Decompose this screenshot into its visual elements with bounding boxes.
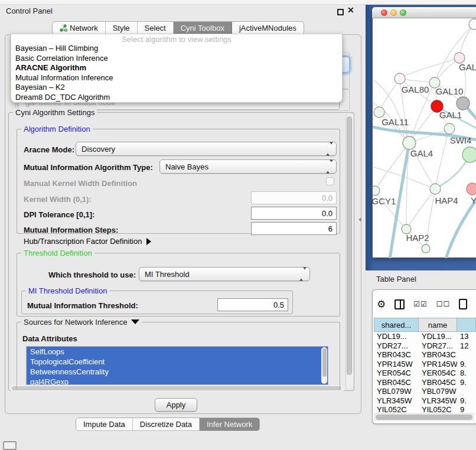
- minimized-panel-icon[interactable]: [3, 441, 17, 450]
- column-layout-icon[interactable]: [395, 299, 405, 309]
- network-node[interactable]: [444, 123, 455, 134]
- table-row[interactable]: YER054CYER054C8.: [374, 369, 476, 378]
- apply-button[interactable]: Apply: [155, 398, 197, 412]
- table-cell: YDR27...: [419, 341, 457, 351]
- dpi-tolerance-field[interactable]: 0.0: [251, 207, 337, 220]
- network-window-titlebar[interactable]: [372, 7, 476, 18]
- network-graph[interactable]: GAL8GAL80GAL10GAL1GAL11SWI4GAL4GCY1HAP4Y…: [373, 18, 476, 258]
- hub-definition-label: Hub/Transcription Factor Definition: [24, 237, 142, 246]
- table-row[interactable]: YDL19...YDL19...13: [374, 332, 476, 341]
- network-icon: [60, 24, 67, 32]
- table-row[interactable]: YBL079WYBL079W: [374, 387, 476, 396]
- manual-kernel-checkbox[interactable]: [326, 177, 334, 185]
- which-threshold-combo[interactable]: MI Threshold: [139, 267, 310, 281]
- data-attributes-list[interactable]: SelfLoopsTopologicalCoefficientBetweenne…: [26, 346, 328, 385]
- attribute-list-item[interactable]: BetweennessCentrality: [27, 367, 328, 377]
- network-edge[interactable]: [409, 106, 437, 143]
- mi-type-combo[interactable]: Naive Bayes: [159, 159, 337, 174]
- table-horizontal-scrollbar-thumb[interactable]: [376, 415, 472, 420]
- network-node[interactable]: [395, 73, 405, 84]
- attribute-list-item[interactable]: TopologicalCoefficient: [27, 357, 328, 367]
- tab-select[interactable]: Select: [138, 22, 174, 34]
- tab-label: Discretize Data: [140, 420, 192, 429]
- mi-threshold-field[interactable]: 0.5: [217, 298, 288, 311]
- tab-style[interactable]: Style: [106, 22, 138, 34]
- node-label: GAL8: [459, 62, 476, 72]
- node-label: GAL1: [439, 110, 462, 120]
- cyni-bottom-tabs: Impute DataDiscretize DataInfer Network: [76, 418, 260, 431]
- splitter-collapse-icon[interactable]: [358, 217, 361, 222]
- tab-label: Style: [113, 24, 130, 32]
- mi-type-value: Naive Bayes: [165, 162, 208, 171]
- network-node[interactable]: [403, 136, 416, 149]
- tab-network[interactable]: Network: [53, 22, 106, 34]
- network-node[interactable]: [374, 107, 384, 118]
- tab-cyni-toolbox[interactable]: Cyni Toolbox: [174, 22, 232, 34]
- column-header[interactable]: name: [419, 318, 457, 332]
- window-close-icon[interactable]: [381, 9, 387, 16]
- network-node[interactable]: [422, 244, 430, 253]
- network-node[interactable]: [373, 186, 380, 195]
- select-all-icon[interactable]: ☑☑: [413, 300, 428, 308]
- deselect-all-icon[interactable]: ☐☐: [436, 300, 451, 308]
- which-threshold-label: Which threshold to use:: [48, 270, 136, 279]
- dropdown-item[interactable]: Bayesian – Hill Climbing: [11, 44, 342, 54]
- network-node[interactable]: [462, 147, 476, 162]
- dropdown-item[interactable]: Basic Correlation Inference: [11, 54, 342, 64]
- table-row[interactable]: YIL052CYIL052C9: [374, 405, 476, 412]
- table-row[interactable]: YLR345WYLR345W9.: [374, 396, 476, 406]
- attribute-list-item[interactable]: gal4RGexp: [27, 377, 328, 385]
- sources-group-title[interactable]: Sources for Network Inference: [21, 318, 142, 327]
- tab-jactivemnodules[interactable]: jActiveMNodules: [232, 22, 304, 34]
- tab-infer-network[interactable]: Infer Network: [200, 418, 259, 431]
- hub-definition-expander[interactable]: Hub/Transcription Factor Definition: [24, 237, 151, 246]
- settings-gear-icon[interactable]: ⚙: [377, 298, 386, 311]
- partial-doc-icon[interactable]: [459, 299, 467, 309]
- table-cell: YLR345W: [419, 396, 457, 406]
- window-zoom-icon[interactable]: [400, 9, 406, 16]
- column-header[interactable]: [457, 318, 476, 332]
- table-row[interactable]: YPR145WYPR145W9.: [374, 360, 476, 369]
- table-row[interactable]: YBR045CYBR045C9.: [374, 378, 476, 387]
- network-node[interactable]: [469, 19, 476, 30]
- dropdown-item[interactable]: ARACNE Algorithm: [11, 63, 342, 73]
- float-panel-icon[interactable]: [337, 9, 344, 15]
- window-top-strip: [0, 0, 476, 5]
- node-table[interactable]: shared...nameYDL19...YDL19...13YDR27...Y…: [374, 318, 476, 412]
- tab-discretize-data[interactable]: Discretize Data: [133, 418, 200, 431]
- network-edge[interactable]: [406, 189, 435, 229]
- dropdown-item[interactable]: Mutual Information Inference: [11, 73, 342, 83]
- network-edge[interactable]: [400, 58, 459, 79]
- table-row[interactable]: YBR043CYBR043C: [374, 350, 476, 360]
- kernel-width-field[interactable]: 0.0: [251, 191, 337, 204]
- network-node[interactable]: [430, 184, 441, 194]
- column-header[interactable]: shared...: [374, 318, 419, 332]
- expander-collapsed-icon: [146, 238, 151, 245]
- attribute-list-item[interactable]: SelfLoops: [27, 347, 328, 357]
- table-cell: YBL079W: [374, 387, 419, 396]
- table-cell: 9.: [457, 396, 476, 406]
- aracne-mode-combo[interactable]: Discovery: [76, 142, 337, 156]
- network-node[interactable]: [457, 97, 470, 110]
- tab-impute-data[interactable]: Impute Data: [76, 418, 133, 431]
- table-row[interactable]: YDR27...YDR27...12: [374, 341, 476, 351]
- network-edge[interactable]: [379, 79, 400, 112]
- node-label: SWI4: [450, 135, 472, 145]
- algorithm-definition-title: Algorithm Definition: [21, 125, 93, 133]
- network-node[interactable]: [467, 183, 476, 195]
- dropdown-item[interactable]: Bayesian – K2: [11, 83, 342, 93]
- mi-steps-field[interactable]: 6: [251, 222, 337, 235]
- node-label: GAL10: [436, 86, 464, 96]
- kernel-width-label: Kernel Width (0,1):: [24, 195, 92, 204]
- manual-kernel-label: Manual Kernel Width Definition: [24, 179, 137, 188]
- network-edge[interactable]: [435, 129, 449, 189]
- settings-vertical-scrollbar-thumb[interactable]: [347, 116, 352, 375]
- close-icon[interactable]: ✕: [347, 5, 354, 15]
- table-cell: YIL052C: [374, 405, 419, 412]
- attribute-list-scrollbar-thumb[interactable]: [322, 348, 327, 377]
- dropdown-item[interactable]: Dream8 DC_TDC Algorithm: [11, 93, 342, 103]
- window-minimize-icon[interactable]: [390, 9, 397, 16]
- table-cell: 9.: [457, 378, 476, 387]
- mi-type-label: Mutual Information Algorithm Type:: [24, 163, 153, 172]
- aracne-mode-value: Discovery: [81, 145, 115, 154]
